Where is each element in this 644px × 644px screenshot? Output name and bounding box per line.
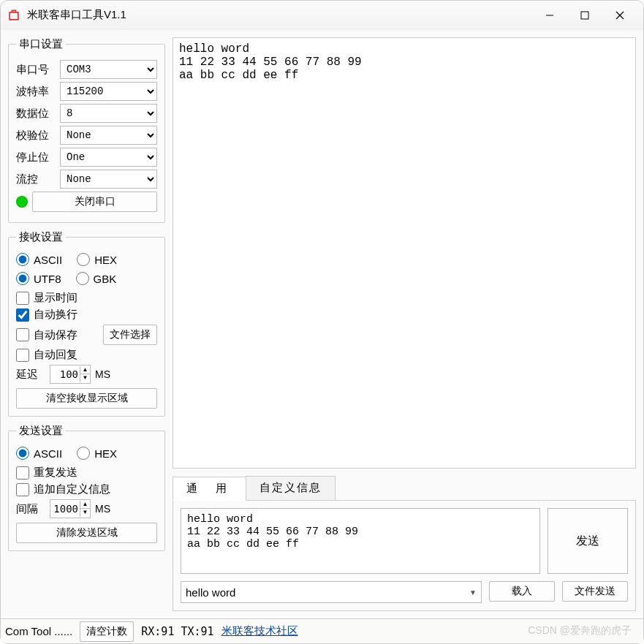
chevron-up-icon: ▲ [80, 501, 90, 509]
delay-label: 延迟 [16, 368, 45, 382]
chevron-down-icon: ▼ [469, 588, 477, 596]
chevron-down-icon: ▼ [80, 374, 90, 382]
repeat-send-checkbox[interactable]: 重复发送 [16, 466, 157, 480]
titlebar: 米联客串口工具V1.1 [1, 1, 643, 30]
baud-select[interactable]: 115200 [60, 82, 157, 101]
delay-unit: MS [95, 368, 110, 380]
load-button[interactable]: 载入 [489, 581, 555, 602]
rx-display[interactable]: hello word 11 22 33 44 55 66 77 88 99 aa… [173, 37, 636, 469]
tx-hex-radio[interactable]: HEX [77, 447, 117, 460]
data-select[interactable]: 8 [60, 104, 157, 123]
svg-rect-1 [581, 12, 588, 19]
rx-gbk-radio[interactable]: GBK [76, 272, 117, 285]
close-port-button[interactable]: 关闭串口 [32, 192, 157, 212]
rx-hex-radio[interactable]: HEX [77, 253, 117, 266]
send-tabs: 通 用 自定义信息 [173, 476, 636, 501]
interval-label: 间隔 [16, 502, 45, 516]
tx-ascii-radio[interactable]: ASCII [16, 447, 62, 460]
baud-label: 波特率 [16, 85, 56, 99]
stop-select[interactable]: One [60, 148, 157, 167]
port-status-indicator [16, 196, 28, 208]
data-label: 数据位 [16, 107, 56, 121]
send-button[interactable]: 发送 [548, 508, 628, 574]
rx-legend: 接收设置 [16, 230, 66, 244]
auto-wrap-checkbox[interactable]: 自动换行 [16, 308, 157, 322]
file-select-button[interactable]: 文件选择 [103, 325, 157, 345]
flow-select[interactable]: None [60, 170, 157, 189]
maximize-button[interactable] [567, 4, 602, 27]
port-label: 串口号 [16, 63, 56, 77]
close-button[interactable] [602, 4, 637, 27]
minimize-button[interactable] [532, 4, 567, 27]
rx-settings-group: 接收设置 ASCII HEX UTF8 GBK 显示时间 自动换行 自动保存 文… [8, 230, 165, 417]
auto-reply-checkbox[interactable]: 自动回复 [16, 348, 157, 362]
tx-legend: 发送设置 [16, 424, 66, 438]
chevron-up-icon: ▲ [80, 366, 90, 374]
auto-save-checkbox[interactable]: 自动保存 [16, 328, 99, 342]
clear-rx-button[interactable]: 清空接收显示区域 [16, 388, 157, 409]
status-counts: RX:91 TX:91 [141, 625, 213, 638]
clear-count-button[interactable]: 清空计数 [80, 621, 134, 642]
file-send-button[interactable]: 文件发送 [562, 581, 628, 602]
parity-label: 校验位 [16, 129, 56, 143]
delay-stepper[interactable]: ▲▼ [50, 365, 91, 384]
load-combo[interactable]: hello word▼ [181, 581, 482, 603]
tx-settings-group: 发送设置 ASCII HEX 重复发送 追加自定义信息 间隔 ▲▼ MS 清除发… [8, 424, 165, 551]
community-link[interactable]: 米联客技术社区 [221, 624, 298, 638]
show-time-checkbox[interactable]: 显示时间 [16, 291, 157, 305]
tab-custom[interactable]: 自定义信息 [246, 476, 336, 500]
port-select[interactable]: COM3 [60, 60, 157, 79]
tx-textarea[interactable] [181, 508, 540, 574]
interval-unit: MS [95, 503, 110, 515]
interval-stepper[interactable]: ▲▼ [50, 499, 91, 518]
flow-label: 流控 [16, 173, 56, 186]
rx-ascii-radio[interactable]: ASCII [16, 253, 62, 266]
chevron-down-icon: ▼ [80, 509, 90, 517]
clear-tx-button[interactable]: 清除发送区域 [16, 523, 157, 543]
stop-label: 停止位 [16, 151, 56, 164]
app-icon [7, 8, 21, 23]
window-title: 米联客串口工具V1.1 [27, 8, 532, 22]
append-custom-checkbox[interactable]: 追加自定义信息 [16, 482, 157, 496]
tab-general[interactable]: 通 用 [173, 477, 246, 501]
port-settings-group: 串口设置 串口号COM3 波特率115200 数据位8 校验位None 停止位O… [8, 37, 165, 223]
rx-utf8-radio[interactable]: UTF8 [16, 272, 61, 285]
status-bar: Com Tool ...... 清空计数 RX:91 TX:91 米联客技术社区 [1, 618, 643, 643]
parity-select[interactable]: None [60, 126, 157, 145]
port-legend: 串口设置 [16, 37, 66, 51]
status-tool: Com Tool ...... [5, 625, 72, 637]
